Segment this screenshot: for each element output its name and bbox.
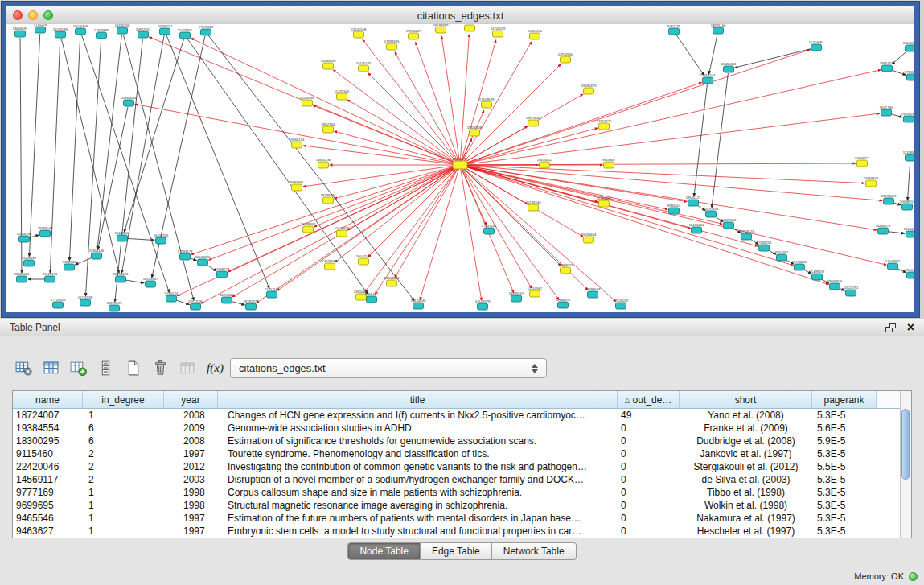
graph-node[interactable]: 10861170: [528, 29, 543, 40]
table-row[interactable]: 911546021997Tourette syndrome. Phenomeno…: [13, 447, 911, 460]
graph-node[interactable]: 12103458: [904, 227, 914, 238]
create-column-icon[interactable]: [68, 357, 89, 379]
graph-node[interactable]: 11680458: [721, 62, 737, 73]
graph-node[interactable]: 11073755: [178, 28, 193, 39]
scrollbar-thumb[interactable]: [901, 409, 910, 480]
graph-node[interactable]: 12393986: [94, 28, 109, 39]
graph-node[interactable]: 16750938: [78, 295, 93, 307]
table-row[interactable]: 2242004622012Investigating the contribut…: [13, 460, 911, 473]
vertical-scrollbar[interactable]: [900, 391, 911, 538]
graph-node[interactable]: 16239862: [301, 222, 316, 233]
graph-node[interactable]: 9706074: [165, 291, 179, 303]
tab-network-table[interactable]: Network Table: [492, 542, 577, 560]
import-table-icon[interactable]: [177, 357, 199, 379]
table-row[interactable]: 946554611997Estimation of the future num…: [13, 512, 911, 525]
graph-node[interactable]: 16155275: [356, 61, 372, 72]
graph-node[interactable]: 18973843: [526, 116, 541, 127]
graph-node[interactable]: 18625080: [14, 272, 30, 283]
graph-node[interactable]: 17054720: [597, 119, 612, 130]
graph-node[interactable]: 13129931: [43, 272, 58, 283]
graph-node[interactable]: 10590090: [321, 59, 336, 70]
graph-node[interactable]: 10523781: [844, 286, 859, 297]
graph-node[interactable]: 15572030: [188, 299, 203, 311]
graph-node[interactable]: 12340978: [903, 41, 914, 52]
graph-node[interactable]: 9933579: [463, 24, 477, 31]
close-panel-icon[interactable]: ×: [907, 322, 914, 333]
column-header-out-de-[interactable]: △out_de…: [618, 391, 680, 408]
graph-node[interactable]: 15463416: [689, 223, 704, 234]
column-header-name[interactable]: name: [13, 391, 83, 408]
graph-node[interactable]: 18193048: [38, 226, 53, 237]
graph-node[interactable]: 10196340: [526, 200, 541, 212]
graph-node[interactable]: 14606691: [13, 27, 28, 38]
graph-node[interactable]: 15820236: [316, 158, 331, 169]
table-row[interactable]: 969969511998Structural magnetic resonanc…: [13, 499, 911, 512]
graph-node[interactable]: 17999365: [384, 39, 400, 51]
graph-node[interactable]: 10716474: [113, 272, 129, 283]
graph-node[interactable]: 9862934: [322, 122, 335, 134]
graph-node[interactable]: 18382370: [244, 299, 259, 311]
graph-node[interactable]: 9874352: [775, 250, 789, 262]
graph-node[interactable]: 15635412: [537, 158, 552, 169]
graph-node[interactable]: 15718290: [792, 260, 807, 271]
graph-node[interactable]: 17240477: [453, 157, 468, 170]
window-titlebar[interactable]: citations_edges.txt: [6, 6, 914, 25]
graph-node[interactable]: 17720503: [51, 298, 66, 309]
graph-node[interactable]: 15695373: [581, 84, 597, 95]
table-selector[interactable]: citations_edges.txt: [230, 358, 547, 378]
network-canvas[interactable]: 1724047715304544160415931247055118239294…: [6, 24, 914, 312]
table-row[interactable]: 1938455462009Genome-wide association stu…: [13, 422, 911, 435]
graph-node[interactable]: 15249587: [22, 256, 37, 267]
graph-node[interactable]: 14702039: [491, 27, 506, 38]
graph-node[interactable]: 15839267: [901, 112, 914, 123]
graph-node[interactable]: 11499209: [810, 270, 825, 281]
table-row[interactable]: 946362711997Embryonic stem cells: a mode…: [13, 525, 911, 538]
graph-node[interactable]: 11328805: [903, 150, 914, 162]
graph-node[interactable]: 16936217: [158, 24, 173, 35]
graph-node[interactable]: 10966912: [556, 298, 571, 309]
graph-node[interactable]: 9510364: [906, 268, 914, 279]
tab-edge-table[interactable]: Edge Table: [421, 542, 492, 560]
graph-node[interactable]: 15124840: [411, 299, 426, 310]
graph-node[interactable]: 17935250: [757, 241, 772, 252]
graph-node[interactable]: 11431505: [335, 89, 350, 101]
graph-node[interactable]: 12110947: [528, 286, 543, 298]
graph-node[interactable]: 17642981: [885, 259, 901, 270]
graph-node[interactable]: 9735278: [34, 24, 47, 33]
table-row[interactable]: 1872400712008Changes of HCN gene express…: [13, 409, 911, 422]
graph-node[interactable]: 20860654: [121, 96, 137, 107]
graph-node[interactable]: 12719523: [739, 229, 754, 241]
graph-node[interactable]: 16516587: [143, 277, 158, 288]
delete-table-icon[interactable]: [150, 357, 171, 379]
graph-node[interactable]: 9621730: [880, 105, 893, 117]
graph-node[interactable]: 18845557: [509, 291, 524, 303]
graph-node[interactable]: 15950027: [406, 29, 421, 40]
graph-node[interactable]: 12520092: [614, 299, 629, 310]
graph-node[interactable]: 19454744: [700, 73, 716, 84]
graph-node[interactable]: 14523379: [475, 299, 491, 311]
graph-node[interactable]: 12914550: [558, 52, 573, 64]
table-row[interactable]: 977716911998Corpus callosum shape and si…: [13, 486, 911, 499]
graph-node[interactable]: 14976160: [711, 24, 726, 34]
graph-node[interactable]: 16958037: [558, 263, 573, 274]
graph-node[interactable]: 17553184: [905, 70, 914, 81]
column-header-in-degree[interactable]: in_degree: [83, 391, 164, 408]
graph-node[interactable]: 12160108: [351, 27, 367, 39]
graph-node[interactable]: 17876828: [199, 25, 214, 36]
graph-node[interactable]: 12876319: [107, 301, 122, 312]
column-header-year[interactable]: year: [164, 391, 218, 408]
graph-node[interactable]: 12470551: [335, 226, 350, 237]
graph-node[interactable]: 9958442: [365, 292, 379, 303]
graph-node[interactable]: 16402356: [154, 233, 169, 245]
graph-node[interactable]: 17197186: [482, 224, 497, 235]
show-columns-icon[interactable]: [40, 357, 62, 379]
new-table-icon[interactable]: [122, 357, 144, 379]
graph-node[interactable]: 9462748: [667, 24, 681, 35]
table-row[interactable]: 1830029562008Estimation of significance …: [13, 435, 911, 447]
graph-node[interactable]: 10237654: [704, 207, 719, 218]
graph-node[interactable]: 12042880: [195, 255, 211, 266]
graph-node[interactable]: 15958345: [864, 176, 879, 187]
graph-node[interactable]: 9852584: [63, 260, 76, 271]
graph-node[interactable]: 16627904: [721, 218, 737, 229]
graph-node[interactable]: 18069826: [827, 279, 843, 290]
